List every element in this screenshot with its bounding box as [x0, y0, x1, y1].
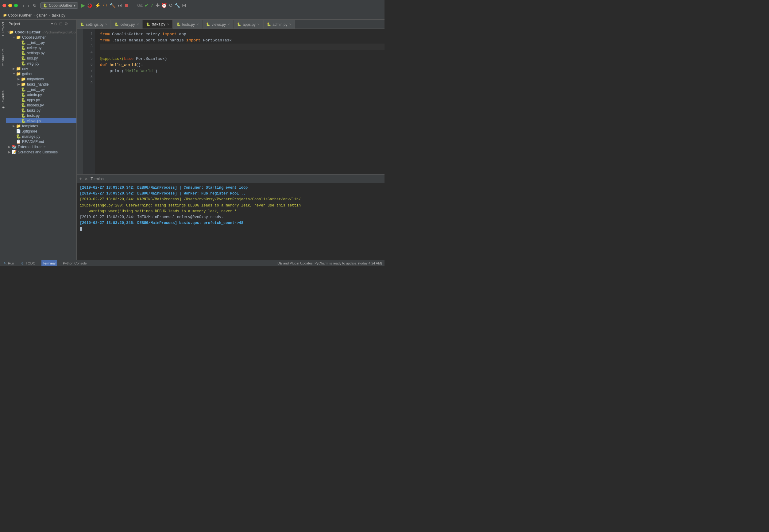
scroll-from-source-icon[interactable]: ⊙ [54, 21, 57, 26]
refresh-button[interactable]: ↻ [32, 2, 38, 9]
run-button[interactable]: ▶ [81, 2, 85, 8]
minimize-button[interactable] [8, 4, 12, 7]
step-over-button[interactable]: ⏭ [118, 3, 122, 8]
tree-root[interactable]: ▾ 📁 CooolisGather ~/PycharmProjects/Cooo… [6, 29, 76, 35]
bottom-tab-python-console[interactable]: Python Console [62, 261, 88, 265]
tab-close-views[interactable]: ✕ [227, 23, 230, 26]
code-area[interactable]: 1 2 3 4 5 6 7 8 9 from CooolisGather.cel… [77, 29, 385, 174]
stop-button[interactable]: ⏹ [124, 3, 129, 8]
tree-label-extlibs: External Libraries [18, 145, 46, 149]
breadcrumb-project[interactable]: CooolisGather [8, 13, 32, 17]
todo-tab-num: 6: [21, 261, 25, 265]
git-arrow-icon[interactable]: ✚ [156, 2, 160, 8]
tree-item-celery[interactable]: 🐍 celery.py [6, 45, 76, 50]
maximize-button[interactable] [14, 4, 18, 7]
hide-panel-icon[interactable]: — [70, 21, 74, 26]
nav-back-button[interactable]: ‹ [21, 2, 25, 9]
git-undo-icon[interactable]: ↺ [169, 2, 173, 8]
tab-apps[interactable]: 🐍 apps.py ✕ [234, 20, 263, 29]
panel-label-project[interactable]: 1: Project [1, 22, 5, 36]
tab-views[interactable]: 🐍 views.py ✕ [203, 20, 233, 29]
project-selector[interactable]: 🐍 CooolisGather ▾ [40, 2, 78, 9]
tab-celery[interactable]: 🐍 celery.py ✕ [111, 20, 142, 29]
breadcrumb-gather[interactable]: gather [37, 13, 47, 17]
build-button[interactable]: 🔨 [110, 2, 116, 8]
git-merge-icon[interactable]: ⊞ [182, 2, 186, 8]
bottom-tab-terminal[interactable]: Terminal [41, 260, 57, 266]
tree-item-cooolis[interactable]: ▾ 📁 CooolisGather [6, 35, 76, 40]
tree-arrow-migrations: ▶ [17, 77, 21, 81]
tree-item-gitignore[interactable]: 📄 .gitignore [6, 129, 76, 134]
line-num-5: 5 [83, 56, 93, 62]
terminal-close-button[interactable]: ✕ [84, 176, 88, 181]
tree-item-views[interactable]: 🐍 views.py [6, 118, 76, 123]
tree-item-urls[interactable]: 🐍 urls.py [6, 56, 76, 61]
tab-settings[interactable]: 🐍 settings.py ✕ [77, 20, 111, 29]
tree-item-wsgi[interactable]: 🐍 wsgi.py [6, 61, 76, 66]
git-check-icon[interactable]: ✔ [145, 2, 149, 8]
tab-tests[interactable]: 🐍 tests.py ✕ [173, 20, 202, 29]
tree-item-init[interactable]: 🐍 __init__.py [6, 40, 76, 45]
tree-item-tests[interactable]: 🐍 tests.py [6, 113, 76, 118]
tree-item-apps[interactable]: 🐍 apps.py [6, 97, 76, 102]
tree-arrow-env: ▶ [12, 67, 16, 70]
code-content[interactable]: from CooolisGather.celery import app fro… [95, 29, 385, 174]
bottom-tab-todo[interactable]: 6: TODO [20, 261, 37, 265]
tree-arrow-scratches: ▶ [7, 150, 12, 154]
collapse-icon[interactable]: ⊟ [59, 21, 63, 26]
terminal-add-button[interactable]: + [79, 176, 82, 182]
breadcrumb: 📁 CooolisGather › gather › tasks.py [0, 11, 385, 20]
tree-item-env[interactable]: ▶ 📁 env [6, 66, 76, 71]
tab-close-apps[interactable]: ✕ [257, 23, 260, 26]
tree-label-admin: admin.py [27, 93, 42, 97]
tree-icon-migrations: 📁 [21, 77, 26, 81]
nav-buttons: ‹ › ↻ [21, 2, 38, 9]
panel-label-favorites[interactable]: ★ Favorites [1, 91, 5, 109]
line-num-8: 8 [83, 74, 93, 80]
tree-item-settings[interactable]: 🐍 settings.py [6, 50, 76, 56]
git-icon: Git: [137, 3, 143, 8]
terminal-body[interactable]: [2019-02-27 13:03:20,342: DEBUG/MainProc… [77, 183, 385, 260]
tab-close-tasks[interactable]: ✕ [167, 23, 169, 26]
settings-gear-icon[interactable]: ⚙ [64, 21, 68, 26]
tab-close-tests[interactable]: ✕ [196, 23, 199, 26]
nav-forward-button[interactable]: › [27, 2, 31, 9]
tree-icon-gitignore: 📄 [16, 129, 21, 133]
tree-item-tasks[interactable]: 🐍 tasks.py [6, 108, 76, 113]
tree-item-gather[interactable]: ▾ 📁 gather [6, 71, 76, 76]
tree-label-root: CooolisGather [15, 30, 41, 34]
close-button[interactable] [2, 4, 6, 7]
tree-icon-wsgi: 🐍 [21, 61, 26, 66]
line-num-2: 2 [83, 37, 93, 44]
tab-icon-admin: 🐍 [267, 22, 271, 26]
bottom-tab-run[interactable]: 4: Run [2, 261, 15, 265]
tab-close-settings[interactable]: ✕ [105, 23, 107, 26]
debug-button[interactable]: 🐞 [87, 2, 93, 8]
terminal-line-5: warnings.warn('Using settings.DEBUG lead… [80, 209, 381, 214]
git-settings-icon[interactable]: 🔧 [174, 2, 180, 8]
tab-admin[interactable]: 🐍 admin.py ✕ [263, 20, 295, 29]
tree-item-scratches[interactable]: ▶ 📝 Scratches and Consoles [6, 149, 76, 155]
tree-item-extlibs[interactable]: ▶ 📚 External Libraries [6, 144, 76, 149]
tree-icon-admin: 🐍 [21, 92, 26, 97]
tree-item-manage[interactable]: 🐍 manage.py [6, 134, 76, 139]
tree-item-tasks-handle[interactable]: ▶ 📁 tasks_handle [6, 82, 76, 87]
tab-close-celery[interactable]: ✕ [137, 23, 139, 26]
tab-tasks[interactable]: 🐍 tasks.py ✕ [143, 20, 173, 29]
tab-close-admin[interactable]: ✕ [289, 23, 292, 26]
tree-item-migrations[interactable]: ▶ 📁 migrations [6, 76, 76, 82]
breadcrumb-file[interactable]: tasks.py [52, 13, 65, 17]
tree-item-templates[interactable]: ▶ 📁 templates [6, 123, 76, 129]
tree-item-admin[interactable]: 🐍 admin.py [6, 92, 76, 97]
tree-icon-gather-init: 🐍 [21, 87, 26, 92]
tree-item-gather-init[interactable]: 🐍 __init__.py [6, 87, 76, 92]
git-clock-icon[interactable]: ⏰ [161, 2, 167, 8]
git-tick-icon[interactable]: ✓ [150, 2, 154, 8]
tree-label-gather-init: __init__.py [27, 87, 45, 92]
coverage-button[interactable]: ⚡ [95, 2, 101, 8]
tree-item-readme[interactable]: 📋 README.md [6, 139, 76, 144]
tree-item-models[interactable]: 🐍 models.py [6, 102, 76, 108]
profile-button[interactable]: ⏱ [103, 3, 108, 8]
terminal-line-4: ixups/django.py:200: UserWarning: Using … [80, 203, 381, 209]
panel-label-structure[interactable]: 2: Structure [1, 48, 5, 66]
